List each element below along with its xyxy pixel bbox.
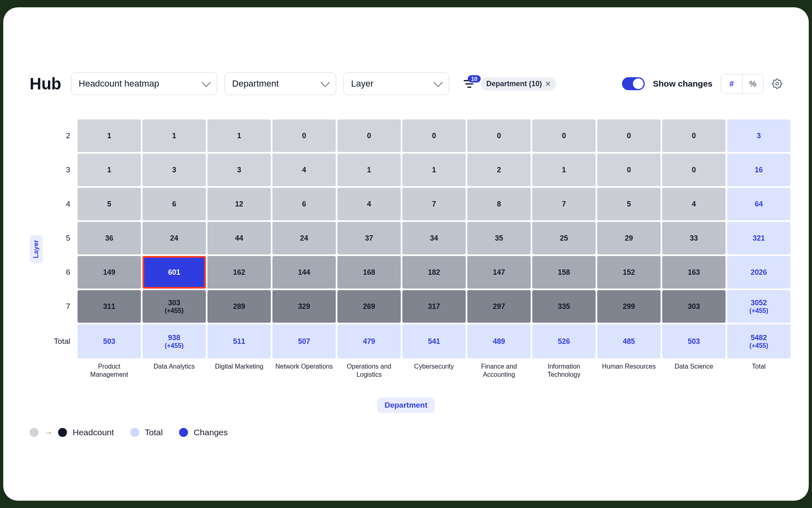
heatmap-cell[interactable]: 0 [597, 119, 661, 152]
heatmap-cell[interactable]: 158 [532, 256, 596, 289]
heatmap-cell[interactable]: 0 [597, 154, 661, 186]
heatmap-cell[interactable]: 303(+455) [143, 290, 206, 323]
heatmap-cell[interactable]: 1 [337, 154, 401, 186]
heatmap-cell[interactable]: 163 [662, 256, 726, 289]
row-label: 5 [44, 222, 76, 254]
heatmap-cell[interactable]: 33 [662, 222, 726, 254]
heatmap-cell[interactable]: 5 [597, 188, 661, 220]
heatmap-cell[interactable]: 311 [78, 290, 141, 323]
heatmap-cell[interactable]: 511 [207, 324, 271, 358]
heatmap-cell[interactable]: 144 [272, 256, 336, 289]
row-label: 2 [44, 119, 76, 152]
heatmap-cell[interactable]: 507 [272, 324, 336, 358]
legend-total-label: Total [145, 428, 163, 437]
heatmap-cell[interactable]: 503 [662, 324, 726, 358]
heatmap-cell[interactable]: 6 [143, 188, 206, 220]
heatmap-cell[interactable]: 0 [402, 119, 466, 152]
page-title: Hub [30, 75, 61, 93]
heatmap-cell[interactable]: 35 [467, 222, 531, 254]
heatmap-cell[interactable]: 1 [402, 154, 466, 186]
heatmap-cell[interactable]: 479 [337, 324, 401, 358]
heatmap-cell[interactable]: 16 [727, 154, 790, 186]
heatmap-cell[interactable]: 1 [78, 119, 141, 152]
heatmap-cell[interactable]: 1 [143, 119, 206, 152]
x-axis-select[interactable]: Department [225, 72, 336, 95]
filter-chip-department[interactable]: Department (10) ✕ [481, 77, 556, 91]
heatmap-cell[interactable]: 1 [207, 119, 271, 152]
heatmap-cell[interactable]: 489 [467, 324, 531, 358]
heatmap-cell[interactable]: 7 [532, 188, 596, 220]
heatmap-cell[interactable]: 503 [78, 324, 141, 358]
heatmap-cell[interactable]: 64 [727, 188, 790, 220]
heatmap-cell[interactable]: 289 [207, 290, 271, 323]
filter-icon[interactable]: 10 [464, 79, 475, 88]
heatmap-cell[interactable]: 2026 [727, 256, 790, 289]
heatmap-cell[interactable]: 24 [272, 222, 336, 254]
heatmap-cell[interactable]: 0 [467, 119, 531, 152]
heatmap-cell[interactable]: 37 [337, 222, 401, 254]
row-label: 6 [44, 256, 76, 289]
heatmap-cell[interactable]: 321 [727, 222, 790, 254]
heatmap-cell[interactable]: 12 [207, 188, 271, 220]
row-label: 4 [44, 188, 76, 220]
heatmap-cell[interactable]: 4 [662, 188, 726, 220]
heatmap-cell[interactable]: 3052(+455) [727, 290, 790, 323]
heatmap-cell[interactable]: 1 [532, 154, 596, 186]
heatmap-cell[interactable]: 162 [207, 256, 271, 289]
metric-select[interactable]: Headcount heatmap [71, 72, 217, 95]
heatmap-cell[interactable]: 303 [662, 290, 726, 323]
heatmap-cell[interactable]: 3 [207, 154, 271, 186]
heatmap-cell[interactable]: 182 [402, 256, 466, 289]
heatmap-cell[interactable]: 147 [467, 256, 531, 289]
heatmap-cell[interactable]: 7 [402, 188, 466, 220]
heatmap-cell[interactable]: 0 [662, 119, 726, 152]
gear-icon[interactable] [772, 78, 782, 89]
heatmap-cell[interactable]: 149 [78, 256, 141, 289]
x-axis-label: Department [377, 397, 435, 413]
heatmap-cell[interactable]: 297 [467, 290, 531, 323]
heatmap-cell[interactable]: 3 [727, 119, 790, 152]
heatmap-cell[interactable]: 2 [467, 154, 531, 186]
heatmap-cell[interactable]: 0 [337, 119, 401, 152]
heatmap-cell[interactable]: 168 [337, 256, 401, 289]
legend: → Headcount Total Changes [30, 428, 782, 437]
column-label: Data Science [662, 361, 726, 379]
heatmap-cell[interactable]: 541 [402, 324, 466, 358]
heatmap-cell[interactable]: 526 [532, 324, 596, 358]
metric-select-value: Headcount heatmap [79, 78, 159, 89]
heatmap-cell[interactable]: 152 [597, 256, 661, 289]
heatmap-cell[interactable]: 6 [272, 188, 336, 220]
y-axis-select[interactable]: Layer [343, 72, 449, 95]
heatmap-cell[interactable]: 8 [467, 188, 531, 220]
heatmap-cell[interactable]: 335 [532, 290, 596, 323]
heatmap-cell[interactable]: 1 [78, 154, 141, 186]
heatmap-cell[interactable]: 44 [207, 222, 271, 254]
legend-dot-total [130, 428, 139, 437]
heatmap-cell[interactable]: 36 [78, 222, 141, 254]
close-icon[interactable]: ✕ [545, 80, 551, 88]
heatmap-cell[interactable]: 269 [337, 290, 401, 323]
heatmap-cell[interactable]: 3 [143, 154, 206, 186]
heatmap-cell[interactable]: 0 [532, 119, 596, 152]
heatmap-cell[interactable]: 4 [337, 188, 401, 220]
heatmap-cell[interactable]: 299 [597, 290, 661, 323]
show-changes-toggle[interactable] [622, 77, 645, 90]
value-format-segment: # % [721, 74, 764, 93]
heatmap-cell[interactable]: 5 [78, 188, 141, 220]
heatmap-cell[interactable]: 317 [402, 290, 466, 323]
format-percent-button[interactable]: % [742, 74, 763, 93]
format-hash-button[interactable]: # [721, 74, 742, 93]
heatmap-cell[interactable]: 4 [272, 154, 336, 186]
heatmap-cell[interactable]: 34 [402, 222, 466, 254]
heatmap-cell[interactable]: 5482(+455) [727, 324, 790, 358]
heatmap-cell[interactable]: 29 [597, 222, 661, 254]
heatmap-grid: 2111000000033133411210016456126478754645… [44, 119, 790, 379]
heatmap-cell[interactable]: 485 [597, 324, 661, 358]
heatmap-cell[interactable]: 601 [143, 256, 206, 289]
heatmap-cell[interactable]: 938(+455) [143, 324, 206, 358]
heatmap-cell[interactable]: 329 [272, 290, 336, 323]
heatmap-cell[interactable]: 24 [143, 222, 206, 254]
heatmap-cell[interactable]: 25 [532, 222, 596, 254]
heatmap-cell[interactable]: 0 [272, 119, 336, 152]
heatmap-cell[interactable]: 0 [662, 154, 726, 186]
